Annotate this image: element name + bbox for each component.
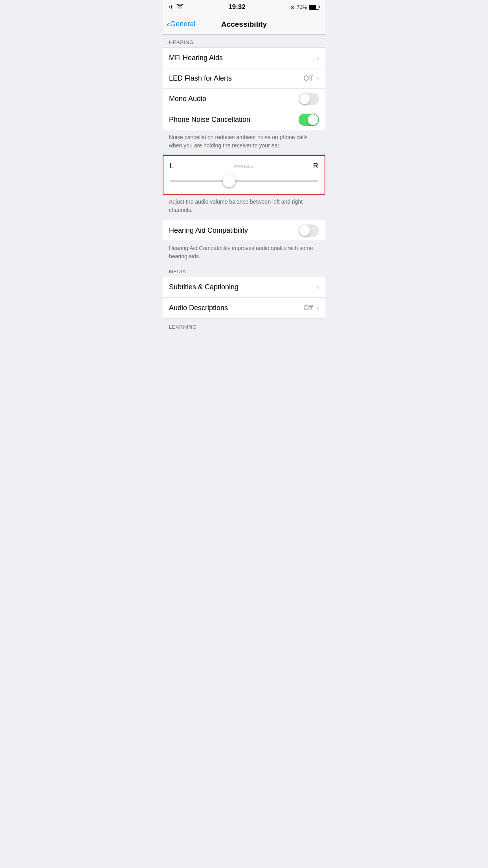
phone-noise-label: Phone Noise Cancellation xyxy=(169,116,299,124)
audio-descriptions-row[interactable]: Audio Descriptions Off › xyxy=(163,298,325,318)
slider-track xyxy=(170,180,318,182)
mono-audio-row: Mono Audio xyxy=(163,89,325,109)
hearing-aid-row: Hearing Aid Compatibility xyxy=(163,220,325,241)
lock-rotation-icon: ⊙ xyxy=(290,4,295,10)
page-title: Accessibility xyxy=(221,20,267,29)
chevron-right-icon: › xyxy=(317,283,319,291)
back-label: General xyxy=(170,20,195,28)
back-button[interactable]: ‹ General xyxy=(167,20,195,29)
mfi-hearing-aids-right: › xyxy=(315,54,319,62)
mfi-hearing-aids-label: MFi Hearing Aids xyxy=(169,54,315,62)
audio-descriptions-label: Audio Descriptions xyxy=(169,304,303,312)
status-bar-left: ✈ xyxy=(169,4,183,11)
slider-thumb[interactable] xyxy=(223,175,235,187)
chevron-right-icon: › xyxy=(317,54,319,62)
led-flash-right: Off › xyxy=(303,74,319,83)
phone-noise-right xyxy=(299,114,319,126)
battery-icon xyxy=(309,5,319,10)
section-header-hearing: HEARING xyxy=(163,35,325,48)
noise-cancellation-description: Noise cancellation reduces ambient noise… xyxy=(163,130,325,155)
audio-balance-slider-section: L APPUALS R xyxy=(163,155,325,195)
hearing-aid-group: Hearing Aid Compatibility xyxy=(163,220,325,241)
audio-descriptions-right: Off › xyxy=(303,304,319,312)
mono-audio-right xyxy=(299,93,319,105)
phone-noise-toggle[interactable] xyxy=(299,114,319,126)
chevron-right-icon: › xyxy=(317,74,319,83)
led-flash-value: Off xyxy=(303,74,313,83)
media-group: Subtitles & Captioning › Audio Descripti… xyxy=(163,277,325,318)
toggle-knob xyxy=(299,225,310,236)
subtitles-label: Subtitles & Captioning xyxy=(169,283,315,291)
slider-description: Adjust the audio volume balance between … xyxy=(163,195,325,220)
toggle-knob xyxy=(299,94,310,104)
hearing-aid-right xyxy=(299,224,319,237)
status-bar: ✈ 19:32 ⊙ 70% xyxy=(163,0,325,14)
slider-label-left: L xyxy=(170,162,174,170)
wifi-icon xyxy=(176,4,183,10)
slider-track-container[interactable] xyxy=(170,174,318,188)
chevron-right-icon: › xyxy=(317,304,319,312)
status-time: 19:32 xyxy=(228,3,245,11)
section-header-media: MEDIA xyxy=(163,263,325,277)
mono-audio-toggle[interactable] xyxy=(299,93,319,105)
section-header-learning: LEARNING xyxy=(163,318,325,332)
toggle-knob xyxy=(308,114,318,125)
mono-audio-label: Mono Audio xyxy=(169,95,299,103)
hearing-aid-toggle[interactable] xyxy=(299,224,319,237)
status-bar-right: ⊙ 70% xyxy=(290,4,319,10)
led-flash-row[interactable]: LED Flash for Alerts Off › xyxy=(163,68,325,89)
phone-noise-row: Phone Noise Cancellation xyxy=(163,109,325,130)
airplane-icon: ✈ xyxy=(169,4,174,11)
audio-descriptions-value: Off xyxy=(303,304,313,312)
hearing-aid-label: Hearing Aid Compatibility xyxy=(169,226,299,235)
slider-labels: L APPUALS R xyxy=(170,162,318,170)
mfi-hearing-aids-row[interactable]: MFi Hearing Aids › xyxy=(163,48,325,68)
battery-percent: 70% xyxy=(297,4,307,10)
nav-bar: ‹ General Accessibility xyxy=(163,14,325,35)
slider-label-right: R xyxy=(313,162,318,170)
watermark: APPUALS xyxy=(233,164,253,169)
subtitles-right: › xyxy=(315,283,319,291)
subtitles-row[interactable]: Subtitles & Captioning › xyxy=(163,277,325,298)
hearing-group: MFi Hearing Aids › LED Flash for Alerts … xyxy=(163,48,325,130)
back-chevron-icon: ‹ xyxy=(167,20,169,29)
led-flash-label: LED Flash for Alerts xyxy=(169,74,303,83)
hearing-aid-description: Hearing Aid Compatibility improves audio… xyxy=(163,241,325,263)
